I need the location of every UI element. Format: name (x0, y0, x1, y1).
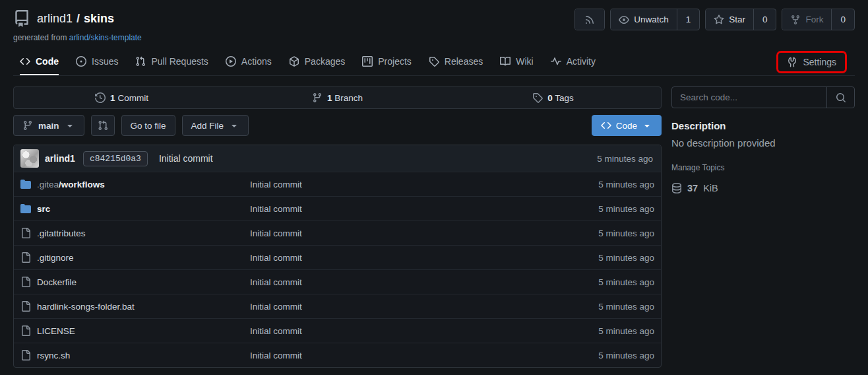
tag-icon (532, 92, 543, 103)
add-file-button[interactable]: Add File (182, 115, 249, 136)
repo-name-link[interactable]: skins (84, 12, 114, 26)
repo-header: arlind1 / skins generated from arlind/sk… (0, 0, 868, 76)
file-commit-message[interactable]: Initial commit (250, 351, 549, 360)
file-commit-message[interactable]: Initial commit (250, 228, 549, 238)
file-icon (20, 301, 31, 312)
fork-button[interactable]: Fork (782, 9, 831, 30)
table-row: .gitignore Initial commit 5 minutes ago (14, 245, 661, 269)
file-commit-message[interactable]: Initial commit (250, 180, 549, 189)
stars-count[interactable]: 0 (753, 9, 776, 30)
file-icon (20, 277, 31, 287)
tab-releases[interactable]: Releases (429, 49, 483, 75)
commit-hash-badge[interactable]: c84215d0a3 (83, 151, 148, 166)
latest-commit-row: arlind1 c84215d0a3 Initial commit 5 minu… (14, 145, 661, 172)
tab-activity[interactable]: Activity (551, 49, 596, 75)
search-input[interactable] (672, 87, 826, 108)
file-icon (20, 350, 31, 360)
fork-icon (790, 15, 801, 25)
repo-content: 1 Commit 1 Branch 0 Tags main Go to file (0, 76, 868, 368)
commit-age: 5 minutes ago (597, 154, 654, 164)
code-icon (20, 56, 30, 67)
file-name-link[interactable]: hardlink-songs-folder.bat (37, 302, 135, 312)
file-name-link[interactable]: .gitattributes (37, 228, 86, 238)
tools-icon (787, 57, 797, 67)
tag-icon (429, 56, 439, 67)
page-title: arlind1 / skins (37, 12, 114, 26)
tab-packages[interactable]: Packages (289, 49, 345, 75)
tab-actions[interactable]: Actions (226, 49, 272, 75)
watch-button-group: Unwatch 1 (610, 9, 700, 30)
rss-button[interactable] (575, 9, 604, 30)
star-button-group: Star 0 (705, 9, 776, 30)
compare-icon (98, 120, 108, 131)
file-name-link[interactable]: .gitea/workflows (37, 180, 105, 189)
star-icon (714, 15, 724, 25)
generated-from-label: generated from (13, 33, 67, 42)
description-heading: Description (671, 120, 855, 131)
sidebar: Description No description provided Mana… (671, 86, 855, 368)
table-row: src Initial commit 5 minutes ago (14, 196, 661, 221)
repo-owner-link[interactable]: arlind1 (37, 12, 73, 26)
tab-settings[interactable]: Settings (776, 51, 847, 73)
file-commit-age: 5 minutes ago (549, 326, 654, 336)
stat-branch[interactable]: 1 Branch (230, 87, 445, 108)
stat-commit[interactable]: 1 Commit (14, 87, 230, 108)
repo-action-buttons: Unwatch 1 Star 0 Fork 0 (574, 9, 855, 30)
table-row: rsync.sh Initial commit 5 minutes ago (14, 343, 661, 367)
forks-count[interactable]: 0 (831, 9, 854, 30)
repo-stats-bar: 1 Commit 1 Branch 0 Tags (13, 86, 662, 109)
search-button[interactable] (826, 87, 854, 108)
file-name-link[interactable]: rsync.sh (37, 351, 70, 360)
commit-message-link[interactable]: Initial commit (159, 153, 213, 164)
file-commit-message[interactable]: Initial commit (250, 326, 549, 336)
file-name-link[interactable]: Dockerfile (37, 277, 77, 287)
folder-icon (20, 203, 31, 214)
file-name-link[interactable]: src (37, 204, 50, 214)
table-row: .gitea/workflows Initial commit 5 minute… (14, 172, 661, 196)
table-row: LICENSE Initial commit 5 minutes ago (14, 318, 661, 343)
file-commit-message[interactable]: Initial commit (250, 253, 549, 263)
tab-projects[interactable]: Projects (362, 49, 412, 75)
tab-wiki[interactable]: Wiki (500, 49, 533, 75)
tab-code[interactable]: Code (20, 49, 59, 75)
tab-issues[interactable]: Issues (76, 49, 118, 75)
file-name-link[interactable]: .gitignore (37, 253, 74, 263)
avatar[interactable] (20, 149, 39, 168)
rss-icon (584, 15, 595, 25)
table-row: hardlink-songs-folder.bat Initial commit… (14, 294, 661, 318)
star-button[interactable]: Star (706, 9, 753, 30)
issue-icon (76, 56, 86, 67)
code-search-box (671, 86, 855, 108)
chevron-down-icon (642, 120, 652, 131)
file-commit-message[interactable]: Initial commit (250, 302, 549, 312)
repo-size: 37 KiB (671, 183, 855, 193)
branch-selector[interactable]: main (13, 115, 84, 136)
file-commit-age: 5 minutes ago (549, 351, 654, 360)
eye-icon (619, 15, 629, 25)
search-icon (836, 92, 846, 103)
commit-author-link[interactable]: arlind1 (45, 153, 75, 164)
repo-nav-tabs: Code Issues Pull Requests Actions Packag… (13, 49, 855, 76)
folder-icon (20, 179, 31, 189)
compare-button[interactable] (91, 115, 115, 136)
file-commit-message[interactable]: Initial commit (250, 204, 549, 214)
fork-button-group: Fork 0 (782, 9, 855, 30)
table-row: Dockerfile Initial commit 5 minutes ago (14, 269, 661, 294)
file-name-link[interactable]: LICENSE (37, 326, 75, 336)
go-to-file-button[interactable]: Go to file (121, 115, 175, 136)
manage-topics-link[interactable]: Manage Topics (671, 163, 725, 172)
table-row: .gitattributes Initial commit 5 minutes … (14, 221, 661, 245)
file-icon (20, 228, 31, 238)
code-icon (601, 120, 611, 131)
stat-tags[interactable]: 0 Tags (445, 87, 661, 108)
file-icon (20, 325, 31, 336)
template-repo-link[interactable]: arlind/skins-template (69, 33, 142, 42)
watchers-count[interactable]: 1 (677, 9, 700, 30)
file-rows: .gitea/workflows Initial commit 5 minute… (14, 172, 661, 367)
unwatch-button[interactable]: Unwatch (611, 9, 677, 30)
gitea-repo-page: arlind1 / skins generated from arlind/sk… (0, 0, 868, 375)
project-icon (362, 56, 373, 67)
file-commit-message[interactable]: Initial commit (250, 277, 549, 287)
tab-pull-requests[interactable]: Pull Requests (135, 49, 208, 75)
code-download-button[interactable]: Code (592, 115, 662, 136)
